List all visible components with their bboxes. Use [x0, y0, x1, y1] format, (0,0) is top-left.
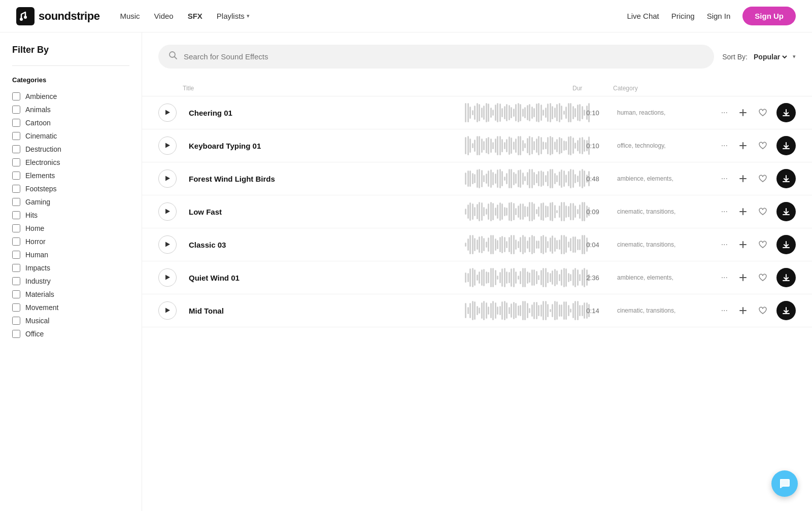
category-item-office[interactable]: Office — [12, 327, 129, 340]
category-checkbox[interactable] — [12, 106, 20, 114]
favorite-button[interactable] — [756, 239, 769, 251]
play-button[interactable] — [158, 268, 177, 287]
waveform-bar — [561, 106, 562, 119]
add-button[interactable] — [737, 206, 749, 218]
category-label: Cartoon — [25, 119, 51, 127]
category-checkbox[interactable] — [12, 251, 20, 259]
category-checkbox[interactable] — [12, 303, 20, 312]
add-button[interactable] — [737, 271, 749, 284]
category-checkbox[interactable] — [12, 119, 20, 127]
category-checkbox[interactable] — [12, 172, 20, 180]
category-checkbox[interactable] — [12, 317, 20, 325]
play-button[interactable] — [158, 301, 177, 320]
category-item-footsteps[interactable]: Footsteps — [12, 182, 129, 195]
waveform-bar — [522, 301, 524, 320]
category-checkbox[interactable] — [12, 224, 20, 232]
download-button[interactable] — [776, 103, 796, 122]
play-button[interactable] — [158, 104, 177, 122]
add-button[interactable] — [737, 304, 749, 317]
pricing-link[interactable]: Pricing — [671, 12, 695, 20]
category-item-destruction[interactable]: Destruction — [12, 143, 129, 156]
category-checkbox[interactable] — [12, 198, 20, 206]
signup-button[interactable]: Sign Up — [742, 7, 796, 25]
more-button[interactable]: ··· — [719, 106, 730, 119]
category-label: Human — [25, 251, 48, 259]
waveform-bar — [492, 268, 494, 287]
nav-sfx[interactable]: SFX — [188, 12, 202, 20]
category-item-musical[interactable]: Musical — [12, 314, 129, 327]
favorite-button[interactable] — [756, 304, 769, 317]
category-item-cartoon[interactable]: Cartoon — [12, 116, 129, 129]
favorite-button[interactable] — [756, 173, 769, 185]
download-button[interactable] — [776, 268, 796, 287]
download-button[interactable] — [776, 202, 796, 221]
play-button[interactable] — [158, 202, 177, 221]
download-button[interactable] — [776, 235, 796, 254]
category-checkbox[interactable] — [12, 145, 20, 153]
category-checkbox[interactable] — [12, 211, 20, 219]
category-item-cinematic[interactable]: Cinematic — [12, 129, 129, 143]
waveform-bar — [506, 241, 507, 248]
category-item-gaming[interactable]: Gaming — [12, 195, 129, 209]
nav-music[interactable]: Music — [120, 12, 140, 20]
waveform-bar — [506, 271, 507, 284]
add-button[interactable] — [737, 140, 749, 152]
category-item-elements[interactable]: Elements — [12, 169, 129, 182]
category-checkbox[interactable] — [12, 264, 20, 272]
category-checkbox[interactable] — [12, 158, 20, 166]
waveform-bar — [504, 237, 505, 252]
waveform-bar — [518, 170, 519, 187]
favorite-button[interactable] — [756, 271, 769, 284]
add-button[interactable] — [737, 173, 749, 185]
category-checkbox[interactable] — [12, 185, 20, 193]
category-checkbox[interactable] — [12, 92, 20, 100]
play-button[interactable] — [158, 169, 177, 188]
category-item-human[interactable]: Human — [12, 248, 129, 261]
download-button[interactable] — [776, 136, 796, 155]
add-button[interactable] — [737, 239, 749, 251]
category-checkbox[interactable] — [12, 330, 20, 338]
nav-video[interactable]: Video — [154, 12, 174, 20]
waveform-bar — [543, 268, 544, 287]
play-button[interactable] — [158, 235, 177, 254]
category-item-electronics[interactable]: Electronics — [12, 156, 129, 169]
waveform-bar — [509, 307, 510, 314]
category-item-movement[interactable]: Movement — [12, 301, 129, 314]
category-item-impacts[interactable]: Impacts — [12, 261, 129, 275]
logo-text: soundstripe — [39, 10, 99, 23]
sign-in-link[interactable]: Sign In — [707, 12, 731, 20]
category-checkbox[interactable] — [12, 290, 20, 298]
waveform-bar — [492, 110, 494, 116]
favorite-button[interactable] — [756, 206, 769, 218]
waveform-bar — [472, 268, 473, 287]
category-item-ambience[interactable]: Ambience — [12, 90, 129, 103]
category-item-animals[interactable]: Animals — [12, 103, 129, 116]
more-button[interactable]: ··· — [719, 238, 730, 251]
more-button[interactable]: ··· — [719, 271, 730, 284]
more-button[interactable]: ··· — [719, 304, 730, 317]
category-checkbox[interactable] — [12, 132, 20, 140]
category-item-materials[interactable]: Materials — [12, 288, 129, 301]
more-button[interactable]: ··· — [719, 139, 730, 152]
category-checkbox[interactable] — [12, 237, 20, 246]
category-item-industry[interactable]: Industry — [12, 275, 129, 288]
play-button[interactable] — [158, 137, 177, 155]
category-checkbox[interactable] — [12, 277, 20, 285]
favorite-button[interactable] — [756, 140, 769, 152]
more-button[interactable]: ··· — [719, 172, 730, 185]
more-button[interactable]: ··· — [719, 205, 730, 218]
category-item-horror[interactable]: Horror — [12, 235, 129, 248]
search-input[interactable] — [184, 52, 704, 61]
favorite-button[interactable] — [756, 107, 769, 119]
download-button[interactable] — [776, 169, 796, 188]
category-item-home[interactable]: Home — [12, 222, 129, 235]
download-button[interactable] — [776, 301, 796, 320]
track-actions: ··· — [715, 268, 796, 287]
sort-select[interactable]: Popular Newest Oldest — [752, 52, 789, 61]
category-item-hits[interactable]: Hits — [12, 209, 129, 222]
add-button[interactable] — [737, 107, 749, 119]
live-chat-link[interactable]: Live Chat — [627, 12, 659, 20]
logo[interactable]: soundstripe — [16, 7, 99, 25]
nav-playlists[interactable]: Playlists ▾ — [217, 12, 250, 20]
chat-button[interactable] — [771, 470, 798, 497]
